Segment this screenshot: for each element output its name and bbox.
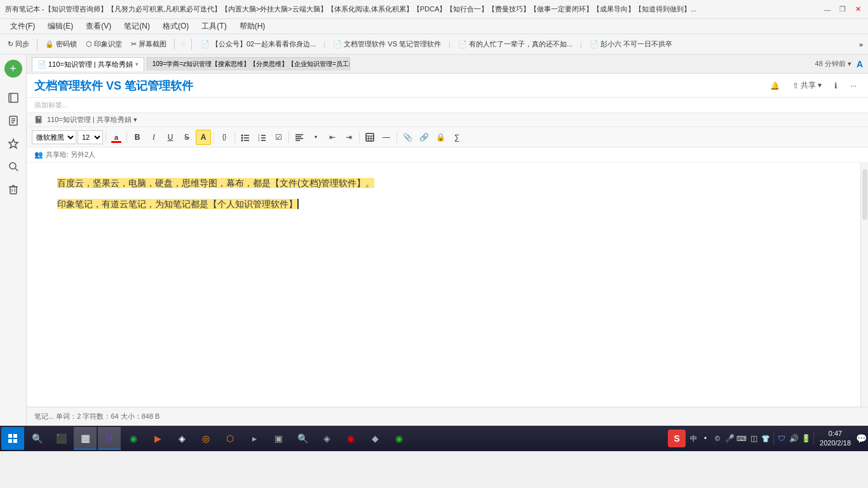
table-button[interactable] <box>362 130 377 145</box>
indent-left-button[interactable]: ⇤ <box>325 130 340 145</box>
taskbar-file-explorer[interactable]: ▦ <box>74 427 97 450</box>
tab-dropdown-1[interactable]: ▾ <box>135 61 139 67</box>
note-header: 🔔 ⇧ 共享 ▾ ℹ ··· <box>27 74 868 98</box>
taskbar-app-12[interactable]: ◉ <box>339 427 362 450</box>
minimize-button[interactable]: — <box>822 4 832 15</box>
taskbar-app-8[interactable]: ▸ <box>243 427 266 450</box>
info-button[interactable]: ℹ <box>831 79 841 92</box>
bullet-list-button[interactable] <box>238 130 253 145</box>
ocr-button[interactable]: ⬡ 印象识堂 <box>83 38 125 50</box>
sync-button[interactable]: ↻ 同步 <box>5 38 32 50</box>
note-tab-2[interactable]: 109=学商=z知识管理【搜索思维】【分类思维】【企业知识管理=员工经验的浪费是… <box>147 57 350 71</box>
taskbar-app-3[interactable]: ◉ <box>122 427 145 450</box>
strikethrough-button[interactable]: S̶ <box>179 130 194 145</box>
menu-view[interactable]: 查看(V) <box>81 20 116 33</box>
tab-label-2: 109=学商=z知识管理【搜索思维】【分类思维】【企业知识管理=员工经验的浪费是… <box>153 60 350 69</box>
taskbar-app-9[interactable]: ▣ <box>267 427 290 450</box>
toolbar-right-expand[interactable]: » <box>859 41 863 48</box>
start-button[interactable] <box>1 427 24 450</box>
align-dropdown-button[interactable]: ▾ <box>308 130 323 145</box>
screenshot-button[interactable]: ✂ 屏幕截图 <box>128 38 169 50</box>
taskbar-app-14[interactable]: ◉ <box>388 427 410 450</box>
note-tab-1[interactable]: 📄 110=知识管理 | 共享给秀娟 ▾ <box>32 57 144 71</box>
note-title-input[interactable] <box>34 76 761 95</box>
taskbar-app-4[interactable]: ▶ <box>146 427 169 450</box>
tray-dot-icon[interactable]: • <box>700 433 711 444</box>
menu-edit[interactable]: 编辑(E) <box>43 20 78 33</box>
tray-input-icon[interactable]: 中 <box>688 433 699 444</box>
editor-area[interactable]: 百度云，坚果云，电脑，硬盘，思维导图，幕布，都是【文件(文档)管理软件】。 印象… <box>27 163 860 407</box>
tray-keyboard-icon[interactable]: ⌨ <box>736 433 747 444</box>
scrollbar[interactable] <box>860 163 868 407</box>
reminder-button[interactable]: 🔔 <box>766 79 783 92</box>
taskbar-app-13[interactable]: ◆ <box>363 427 386 450</box>
fmt-sep-5 <box>359 132 360 143</box>
taskbar-app-5[interactable]: ◈ <box>170 427 193 450</box>
close-button[interactable]: ✕ <box>853 4 863 15</box>
underline-button[interactable]: U <box>163 130 178 145</box>
link-button[interactable]: 🔗 <box>416 130 431 145</box>
sidebar-trash-icon[interactable] <box>3 179 24 200</box>
indent-right-button[interactable]: ⇥ <box>341 130 356 145</box>
menu-tools[interactable]: 工具(T) <box>196 20 231 33</box>
editor-text-2: 印象笔记，有道云笔记，为知笔记都是【个人知识管理软件】 <box>57 199 297 209</box>
scrollbar-thumb[interactable] <box>862 169 867 220</box>
notebook-name[interactable]: 110=知识管理 | 共享给秀娟 ▾ <box>47 115 137 125</box>
task-view-button[interactable]: ⬛ <box>50 427 72 450</box>
notification-icon[interactable]: 💬 <box>855 433 867 444</box>
numbered-list-button[interactable]: 1.2.3. <box>254 130 269 145</box>
formula-button[interactable]: ∑ <box>449 130 465 145</box>
menu-file[interactable]: 文件(F) <box>5 20 40 33</box>
encrypt-button[interactable]: 🔒 <box>433 130 448 145</box>
taskbar-chrome[interactable]: ◎ <box>194 427 217 450</box>
tray-sound-icon[interactable]: 🔊 <box>788 433 799 444</box>
attachment-button[interactable]: 📎 <box>400 130 415 145</box>
sidebar-notes-icon[interactable] <box>3 111 24 131</box>
italic-button[interactable]: I <box>146 130 161 145</box>
bold-button[interactable]: B <box>130 130 145 145</box>
bookmark-2[interactable]: 📄 文档管理软件 VS 笔记管理软件 <box>329 38 445 50</box>
taskbar-app-11[interactable]: ◈ <box>315 427 338 450</box>
taskbar-search-button[interactable]: 🔍 <box>25 427 48 450</box>
menu-help[interactable]: 帮助(H) <box>234 20 271 33</box>
menu-note[interactable]: 笔记(N) <box>119 20 155 33</box>
checkbox-button[interactable]: ☑ <box>271 130 286 145</box>
font-color-button[interactable]: a <box>109 130 124 145</box>
font-size-select[interactable]: 12 <box>78 130 103 144</box>
bookmark-1[interactable]: 📄 【公众号】02一起来看看你身边... <box>197 38 320 50</box>
tray-battery-icon[interactable]: 🔋 <box>800 433 811 444</box>
tray-mic-icon[interactable]: 🎤 <box>724 433 735 444</box>
more-button[interactable]: ··· <box>846 79 860 92</box>
bookmark-3[interactable]: 📄 有的人忙了一辈子，真的还不如... <box>454 38 576 50</box>
bookmark-4[interactable]: 📄 彭小六 不可一日不拱卒 <box>586 38 676 50</box>
taskbar-app-7[interactable]: ⬡ <box>219 427 241 450</box>
hr-button[interactable]: — <box>379 130 394 145</box>
highlight-button[interactable]: A <box>196 130 211 145</box>
taskbar-clock[interactable]: 0:47 2020/2/18 <box>816 429 855 449</box>
sidebar-search-icon[interactable] <box>3 156 24 177</box>
bookmark-icon-3: 📄 <box>458 40 467 48</box>
toolbar-separator-1 <box>37 39 37 50</box>
sidebar-shortcuts-icon[interactable] <box>3 133 24 154</box>
align-button[interactable] <box>292 130 307 145</box>
shared-icon: 👥 <box>34 151 43 159</box>
sogou-icon[interactable]: S <box>668 430 686 447</box>
maximize-button[interactable]: ❐ <box>837 4 848 15</box>
new-note-button[interactable]: + <box>4 60 22 78</box>
sidebar-notebooks-icon[interactable] <box>3 88 24 108</box>
svg-point-14 <box>241 134 243 136</box>
tag-placeholder[interactable]: 添加标签... <box>34 100 68 110</box>
share-button[interactable]: ⇧ 共享 ▾ <box>789 78 825 93</box>
code-inline-button[interactable]: {} <box>217 130 232 145</box>
taskbar-app-10[interactable]: 🔍 <box>291 427 314 450</box>
window-controls: — ❐ ✕ <box>822 4 863 15</box>
menu-format[interactable]: 格式(O) <box>158 20 194 33</box>
font-family-select[interactable]: 微软雅黑 <box>32 130 76 144</box>
tag-letter-button[interactable]: A <box>857 59 863 69</box>
tray-shield-icon[interactable]: 🛡 <box>776 433 787 444</box>
password-button[interactable]: 🔒 密码锁 <box>43 38 79 50</box>
tray-c-icon[interactable]: © <box>712 433 723 444</box>
taskbar-onenote[interactable]: N <box>98 427 121 450</box>
tray-grid-icon[interactable]: ◫ <box>748 433 759 444</box>
tray-shirt-icon[interactable]: 👕 <box>760 433 771 444</box>
